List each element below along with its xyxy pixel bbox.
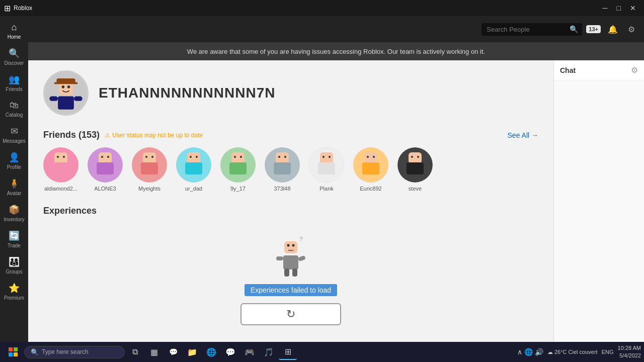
sidebar-item-avatar[interactable]: 🧍 Avatar — [0, 174, 28, 200]
experiences-content: ? Experiences failed to load ↻ — [43, 224, 538, 335]
svg-point-37 — [240, 156, 242, 158]
sidebar-item-discover[interactable]: 🔍 Discover — [0, 44, 28, 70]
friend-item[interactable]: ur_dad — [176, 147, 211, 192]
close-button[interactable]: ✕ — [626, 3, 640, 13]
sidebar-item-messages[interactable]: ✉ Messages — [0, 122, 28, 148]
friend-item[interactable]: steve — [397, 147, 433, 192]
svg-point-61 — [417, 156, 419, 158]
settings-icon[interactable]: ⚙ — [625, 23, 638, 36]
svg-rect-74 — [14, 347, 18, 351]
search-input[interactable] — [481, 23, 582, 36]
friend-item[interactable]: 9y_17 — [220, 147, 256, 192]
sidebar-item-profile[interactable]: 👤 Profile — [0, 148, 28, 174]
discord-button[interactable]: 🎮 — [240, 344, 259, 360]
widgets-button[interactable]: ▦ — [145, 344, 163, 360]
friend-avatar — [309, 147, 344, 183]
friend-item[interactable]: ALONE3 — [88, 147, 123, 192]
sidebar-item-groups[interactable]: 👨‍👩‍👧 Groups — [0, 252, 28, 279]
start-button[interactable] — [3, 344, 23, 360]
alert-message: We are aware that some of you are having… — [187, 48, 485, 55]
svg-rect-6 — [54, 82, 78, 84]
edge-button[interactable]: 🌐 — [202, 344, 220, 360]
sidebar-label-messages: Messages — [3, 138, 26, 144]
sidebar-item-trade[interactable]: 🔄 Trade — [0, 226, 28, 252]
task-view-button[interactable]: ⧉ — [126, 344, 144, 360]
maximize-button[interactable]: □ — [613, 3, 625, 13]
app-title: Roblox — [14, 5, 32, 12]
svg-rect-63 — [283, 255, 298, 269]
svg-rect-17 — [99, 152, 112, 163]
chat-panel: Chat ⚙ — [553, 60, 644, 362]
svg-point-3 — [62, 85, 65, 88]
svg-rect-44 — [274, 162, 291, 174]
friend-name: ALONE3 — [94, 186, 116, 192]
friend-name: Plank — [319, 186, 334, 192]
svg-rect-50 — [318, 162, 335, 174]
sidebar-label-premium: Premium — [4, 295, 24, 301]
home-icon: ⌂ — [12, 22, 17, 33]
svg-rect-53 — [364, 152, 377, 163]
minimize-button[interactable]: ─ — [599, 3, 612, 13]
line-button[interactable]: 💬 — [221, 344, 239, 360]
chat-body — [554, 80, 644, 362]
system-tray: ∧ 🌐 🔊 — [517, 348, 543, 356]
friend-avatar — [88, 147, 123, 183]
clock[interactable]: 10:28 AM 5/4/2022 — [618, 344, 641, 360]
svg-point-65 — [287, 244, 290, 247]
chat-settings-icon[interactable]: ⚙ — [631, 65, 638, 75]
chevron-icon[interactable]: ∧ — [517, 348, 522, 356]
sidebar-label-discover: Discover — [5, 60, 24, 66]
sidebar-label-catalog: Catalog — [6, 112, 23, 118]
sidebar-item-catalog[interactable]: 🛍 Catalog — [0, 96, 28, 122]
svg-rect-20 — [97, 162, 114, 174]
username-text: ETHANNNNNNNNNNN7N — [99, 85, 275, 101]
friend-avatar — [220, 147, 256, 183]
svg-point-54 — [367, 156, 369, 158]
retry-icon: ↻ — [286, 308, 295, 321]
friend-name: Euric892 — [360, 186, 381, 192]
taskbar: 🔍 Type here search ⧉ ▦ 💬 📁 🌐 💬 🎮 🎵 ⊞ ∧ 🌐… — [0, 342, 644, 362]
time-display: 10:28 AM — [618, 344, 641, 352]
sidebar-item-premium[interactable]: ⭐ Premium — [0, 279, 28, 305]
notifications-icon[interactable]: 🔔 — [605, 23, 621, 36]
avatar-image — [45, 70, 87, 116]
retry-button[interactable]: ↻ — [240, 303, 341, 325]
friends-header: Friends (153) ⚠ User status may not be u… — [43, 130, 538, 140]
top-bar: 🔍 13+ 🔔 ⚙ — [28, 16, 644, 42]
window-controls[interactable]: ─ □ ✕ — [599, 3, 640, 13]
sidebar-item-friends[interactable]: 👥 Friends — [0, 70, 28, 96]
volume-icon[interactable]: 🔊 — [535, 348, 543, 356]
friend-name: Myeights — [138, 186, 160, 192]
user-avatar — [43, 70, 89, 116]
sidebar-label-groups: Groups — [6, 269, 23, 275]
svg-rect-62 — [407, 162, 424, 174]
friend-item[interactable]: aldiamond2... — [43, 147, 78, 192]
age-badge: 13+ — [586, 25, 601, 33]
friend-item[interactable]: Myeights — [132, 147, 167, 192]
see-all-link[interactable]: See All → — [508, 131, 538, 139]
sidebar-item-home[interactable]: ⌂ Home — [0, 18, 28, 44]
taskbar-search-box[interactable]: 🔍 Type here search — [24, 346, 125, 358]
warning-icon: ⚠ — [105, 132, 110, 139]
chat-taskbar-button[interactable]: 💬 — [164, 344, 182, 360]
spotify-button[interactable]: 🎵 — [260, 344, 278, 360]
friend-item[interactable]: Euric892 — [353, 147, 388, 192]
friend-item[interactable]: Plank — [309, 147, 344, 192]
svg-rect-7 — [49, 97, 58, 101]
file-explorer-button[interactable]: 📁 — [183, 344, 201, 360]
svg-rect-72 — [292, 268, 297, 277]
svg-point-48 — [323, 156, 325, 158]
sidebar-item-inventory[interactable]: 📦 Inventory — [0, 200, 28, 226]
svg-point-13 — [63, 156, 65, 158]
sidebar-label-profile: Profile — [7, 164, 21, 170]
svg-text:?: ? — [299, 236, 303, 243]
network-icon: 🌐 — [524, 348, 533, 356]
svg-rect-75 — [9, 352, 13, 356]
roblox-taskbar-button[interactable]: ⊞ — [279, 344, 297, 360]
friend-item[interactable]: 373l48 — [265, 147, 300, 192]
taskbar-right: ∧ 🌐 🔊 ☁ 26°C Ciel couvert ENG 10:28 AM 5… — [517, 344, 641, 360]
svg-rect-56 — [362, 162, 379, 174]
svg-point-19 — [107, 156, 109, 158]
search-icon: 🔍 — [570, 25, 578, 33]
language-indicator[interactable]: ENG — [602, 349, 614, 355]
